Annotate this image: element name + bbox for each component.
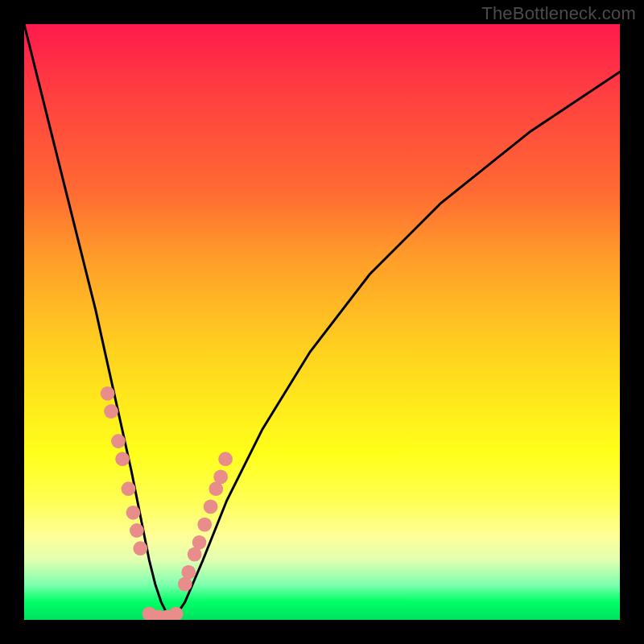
curve-marker xyxy=(122,481,136,496)
right-rising-markers xyxy=(178,452,233,591)
curve-marker xyxy=(115,452,130,466)
trough-markers xyxy=(142,607,184,620)
curve-marker xyxy=(181,565,196,580)
curve-marker xyxy=(213,470,228,485)
chart-frame: TheBottleneck.com xyxy=(0,0,644,644)
curve-marker xyxy=(218,452,233,466)
curve-marker xyxy=(111,434,126,448)
curve-marker xyxy=(126,506,141,520)
curve-marker xyxy=(192,535,207,550)
watermark-text: TheBottleneck.com xyxy=(481,3,636,24)
curve-marker xyxy=(197,518,212,532)
bottleneck-curve xyxy=(24,24,620,620)
left-falling-markers xyxy=(101,386,147,555)
curve-marker xyxy=(101,386,115,401)
curve-marker xyxy=(204,500,218,514)
curve-layer xyxy=(24,24,620,620)
curve-marker xyxy=(133,541,147,555)
plot-area xyxy=(24,24,620,620)
curve-marker xyxy=(130,523,144,538)
curve-marker xyxy=(104,404,118,419)
